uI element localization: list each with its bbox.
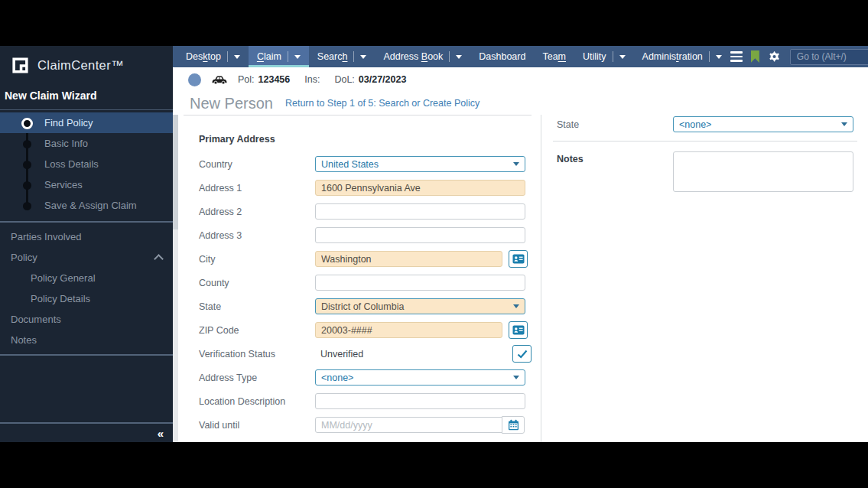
- form-row: StateDistrict of Columbia: [199, 298, 541, 314]
- country-select[interactable]: United States: [315, 156, 525, 172]
- address-book-button[interactable]: [509, 250, 528, 268]
- page-title: New Person: [190, 95, 273, 112]
- calendar-button[interactable]: [502, 416, 525, 434]
- form-row: County: [199, 275, 541, 291]
- separator: [227, 51, 228, 62]
- chevron-down-icon[interactable]: [234, 55, 240, 59]
- wizard-step-find-policy[interactable]: Find Policy: [0, 112, 173, 133]
- nav-tab-label: Search: [317, 51, 348, 62]
- sidebar-item-policy-general[interactable]: Policy General: [0, 268, 173, 288]
- location-description-input[interactable]: [315, 393, 525, 409]
- wizard-steps: Find PolicyBasic InfoLoss DetailsService…: [0, 110, 173, 217]
- primary-address-panel: Primary Address CountryUnited StatesAddr…: [184, 115, 541, 441]
- wizard-step-loss-details[interactable]: Loss Details: [0, 154, 173, 174]
- form-row: Address 1: [199, 180, 541, 196]
- sidebar-menu: Parties InvolvedPolicyPolicy GeneralPoli…: [0, 226, 173, 350]
- claim-status-icon: [188, 73, 201, 86]
- field-label: State: [557, 119, 673, 130]
- address-book-button[interactable]: [509, 321, 528, 339]
- valid-until-input[interactable]: [315, 417, 502, 433]
- separator: [449, 51, 450, 62]
- nav-tab-dashboard[interactable]: Dashboard: [470, 46, 534, 67]
- nav-tab-label: Claim: [257, 51, 281, 62]
- contact-card-icon: [512, 254, 525, 264]
- field-label: City: [199, 254, 315, 265]
- field-control: United States: [315, 156, 532, 172]
- nav-tab-claim[interactable]: Claim: [249, 46, 309, 67]
- main-area: DesktopClaimSearchAddress BookDashboardT…: [173, 46, 868, 442]
- bookmark-icon[interactable]: [751, 50, 759, 63]
- nav-tab-utility[interactable]: Utility: [574, 46, 634, 67]
- goto-input[interactable]: [790, 49, 868, 65]
- form-row: City: [199, 251, 541, 267]
- wizard-step-services[interactable]: Services: [0, 174, 173, 195]
- form-row: Address Type<none>: [199, 369, 541, 386]
- nav-tab-team[interactable]: Team: [534, 46, 574, 67]
- state-select[interactable]: District of Columbia: [315, 298, 525, 314]
- form-row: CountryUnited States: [199, 156, 541, 172]
- scrollbar[interactable]: [173, 115, 178, 442]
- sidebar-item-label: Policy Details: [31, 293, 90, 304]
- nav-tab-address-book[interactable]: Address Book: [375, 46, 470, 67]
- right-panel: State <none> Notes: [541, 115, 868, 442]
- insured-group: Ins:: [304, 74, 320, 85]
- nav-tab-administration[interactable]: Administration: [634, 46, 730, 67]
- section-title: Primary Address: [199, 134, 541, 145]
- address-1-input[interactable]: [315, 180, 525, 196]
- field-label: Country: [199, 159, 315, 170]
- scrollbar-thumb[interactable]: [173, 115, 178, 229]
- nav-tab-label: Desktop: [186, 51, 221, 62]
- field-label: Address 3: [199, 230, 315, 241]
- separator: [288, 51, 288, 62]
- wizard-step-basic-info[interactable]: Basic Info: [0, 133, 173, 154]
- address-2-input[interactable]: [315, 203, 525, 220]
- divider: [553, 141, 857, 142]
- address-type-select[interactable]: <none>: [315, 369, 525, 386]
- menu-icon[interactable]: [730, 51, 743, 62]
- gear-icon[interactable]: [768, 50, 782, 63]
- select-value: District of Columbia: [321, 301, 404, 312]
- field-control: [315, 250, 532, 268]
- address-3-input[interactable]: [315, 227, 525, 243]
- step-bullet-icon: [23, 202, 31, 210]
- chevron-down-icon: [513, 304, 519, 308]
- field-label: State: [199, 301, 315, 312]
- nav-right-tools: [730, 46, 868, 67]
- chevron-down-icon[interactable]: [456, 55, 462, 59]
- field-label: ZIP Code: [199, 325, 315, 336]
- sidebar-item-documents[interactable]: Documents: [0, 309, 173, 330]
- calendar-icon: [508, 419, 519, 431]
- sidebar-item-label: Parties Involved: [11, 231, 82, 242]
- sidebar-item-policy[interactable]: Policy: [0, 247, 173, 268]
- field-control: Unverified: [315, 345, 532, 363]
- chevron-down-icon[interactable]: [294, 55, 301, 59]
- sidebar-item-label: Notes: [11, 334, 37, 346]
- verify-address-button[interactable]: [512, 345, 532, 363]
- notes-textarea[interactable]: [673, 151, 853, 192]
- county-input[interactable]: [315, 275, 525, 291]
- wizard-step-save-assign-claim[interactable]: Save & Assign Claim: [0, 195, 173, 216]
- chevron-up-icon[interactable]: [154, 254, 164, 264]
- city-input[interactable]: [315, 251, 502, 267]
- chevron-down-icon[interactable]: [716, 55, 722, 59]
- chevron-down-icon[interactable]: [360, 55, 366, 59]
- sidebar-item-notes[interactable]: Notes: [0, 330, 173, 350]
- notes-label: Notes: [557, 151, 673, 164]
- form-row: Address 3: [199, 227, 541, 243]
- return-to-step-link[interactable]: Return to Step 1 of 5: Search or Create …: [285, 98, 480, 109]
- collapse-sidebar-icon[interactable]: «: [158, 428, 164, 439]
- zip-code-input[interactable]: [315, 322, 502, 338]
- dol-value: 03/27/2023: [359, 74, 407, 85]
- nav-tab-desktop[interactable]: Desktop: [173, 46, 249, 67]
- sidebar-item-policy-details[interactable]: Policy Details: [0, 288, 173, 309]
- field-label: Address Type: [199, 373, 315, 383]
- sidebar-collapse-bar: «: [0, 422, 173, 442]
- nav-tab-search[interactable]: Search: [309, 46, 375, 67]
- field-control: [315, 275, 532, 291]
- field-control: [315, 203, 532, 220]
- sidebar-item-parties-involved[interactable]: Parties Involved: [0, 226, 173, 247]
- state-select[interactable]: <none>: [673, 116, 853, 132]
- field-label: County: [199, 278, 315, 288]
- chevron-down-icon[interactable]: [619, 55, 626, 59]
- form-row: Notes: [557, 151, 868, 192]
